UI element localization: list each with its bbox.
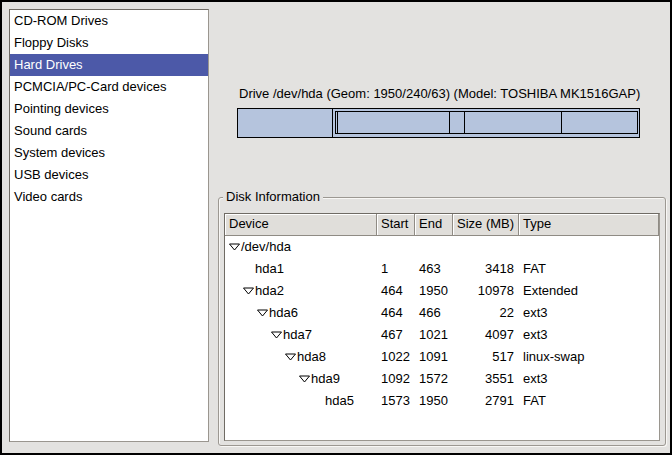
partition-segment-hda2 [332,108,640,138]
disk-table-header: DeviceStartEndSize (MB)Type [225,214,659,236]
tree-indent [229,401,313,402]
expander-open-icon[interactable] [257,309,269,317]
device-name: hda7 [283,324,312,346]
expander-open-icon[interactable] [243,287,255,295]
size-cell: 517 [453,346,519,368]
start-cell: 1022 [377,346,415,368]
table-row-hda5[interactable]: hda5157319502791FAT [225,390,659,412]
tree-indent [229,357,285,358]
sidebar-item-cd-rom-drives[interactable]: CD-ROM Drives [10,10,208,32]
device-cell: hda8 [225,346,377,368]
table-row-hda6[interactable]: hda646446622ext3 [225,302,659,324]
device-cell: /dev/hda [225,236,377,258]
end-cell: 1572 [415,368,453,390]
start-cell: 464 [377,280,415,302]
size-cell: 3418 [453,258,519,280]
device-cell: hda2 [225,280,377,302]
table-row-hda9[interactable]: hda9109215723551ext3 [225,368,659,390]
end-cell: 1021 [415,324,453,346]
sidebar-item-pointing-devices[interactable]: Pointing devices [10,98,208,120]
end-cell: 466 [415,302,453,324]
sidebar-item-pcmcia-pc-card-devices[interactable]: PCMCIA/PC-Card devices [10,76,208,98]
type-cell: ext3 [519,302,659,324]
sidebar-item-sound-cards[interactable]: Sound cards [10,120,208,142]
column-header-end[interactable]: End [415,214,453,236]
sidebar-item-system-devices[interactable]: System devices [10,142,208,164]
device-name: hda8 [297,346,326,368]
start-cell: 467 [377,324,415,346]
table-row-dev-hda[interactable]: /dev/hda [225,236,659,258]
partition-segment-hda5 [561,111,638,134]
sidebar-item-floppy-disks[interactable]: Floppy Disks [10,32,208,54]
tree-indent [229,291,243,292]
size-cell: 3551 [453,368,519,390]
partition-segment-hda9 [464,111,562,134]
disk-information-label: Disk Information [223,189,323,204]
drive-description: Drive /dev/hda (Geom: 1950/240/63) (Mode… [239,86,640,101]
size-cell: 2791 [453,390,519,412]
type-cell [519,236,659,258]
device-category-list: CD-ROM DrivesFloppy DisksHard DrivesPCMC… [9,9,209,442]
size-cell: 10978 [453,280,519,302]
expander-open-icon[interactable] [229,243,241,251]
device-cell: hda9 [225,368,377,390]
column-header-type[interactable]: Type [519,214,659,236]
type-cell: FAT [519,258,659,280]
tree-indent [229,313,257,314]
device-cell: hda7 [225,324,377,346]
device-name: hda1 [255,258,284,280]
device-cell: hda1 [225,258,377,280]
sidebar-item-usb-devices[interactable]: USB devices [10,164,208,186]
size-cell: 22 [453,302,519,324]
partition-segment-hda8 [449,111,465,134]
partition-bar [237,108,640,138]
type-cell: linux-swap [519,346,659,368]
disk-table-body: /dev/hdahda114633418FAThda2464195010978E… [225,236,659,412]
expander-open-icon[interactable] [271,331,283,339]
column-header-device[interactable]: Device [225,214,377,236]
table-row-hda1[interactable]: hda114633418FAT [225,258,659,280]
type-cell: ext3 [519,324,659,346]
column-header-size-mb[interactable]: Size (MB) [453,214,519,236]
device-name: /dev/hda [241,236,291,258]
table-row-hda8[interactable]: hda810221091517linux-swap [225,346,659,368]
device-cell: hda5 [225,390,377,412]
tree-indent [229,269,243,270]
tree-indent [229,335,271,336]
end-cell: 1950 [415,390,453,412]
end-cell [415,236,453,258]
device-name: hda2 [255,280,284,302]
disk-table: DeviceStartEndSize (MB)Type /dev/hdahda1… [224,213,660,441]
hardware-browser-window: CD-ROM DrivesFloppy DisksHard DrivesPCMC… [0,0,672,455]
start-cell: 1092 [377,368,415,390]
end-cell: 1091 [415,346,453,368]
device-cell: hda6 [225,302,377,324]
start-cell: 1 [377,258,415,280]
type-cell: Extended [519,280,659,302]
start-cell: 1573 [377,390,415,412]
end-cell: 1950 [415,280,453,302]
device-name: hda5 [325,390,354,412]
partition-segment-hda1 [237,108,333,138]
device-name: hda9 [311,368,340,390]
column-header-start[interactable]: Start [377,214,415,236]
partition-segment-hda7 [337,111,450,134]
table-row-hda7[interactable]: hda746710214097ext3 [225,324,659,346]
sidebar-item-hard-drives[interactable]: Hard Drives [10,54,208,76]
expander-open-icon[interactable] [285,353,297,361]
device-name: hda6 [269,302,298,324]
type-cell: ext3 [519,368,659,390]
tree-indent [229,379,299,380]
size-cell: 4097 [453,324,519,346]
expander-open-icon[interactable] [299,375,311,383]
end-cell: 463 [415,258,453,280]
table-row-hda2[interactable]: hda2464195010978Extended [225,280,659,302]
start-cell [377,236,415,258]
disk-information-groupbox: Disk Information DeviceStartEndSize (MB)… [218,197,666,446]
size-cell [453,236,519,258]
type-cell: FAT [519,390,659,412]
sidebar-item-video-cards[interactable]: Video cards [10,186,208,208]
start-cell: 464 [377,302,415,324]
